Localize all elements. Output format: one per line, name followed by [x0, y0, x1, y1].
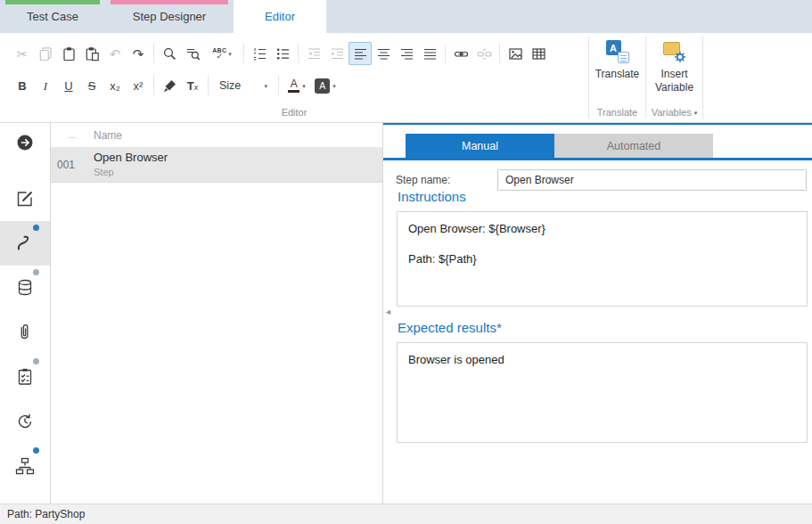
undo-button[interactable]: ↶ — [103, 42, 127, 65]
insert-link-button[interactable] — [449, 42, 472, 65]
spell-check-button[interactable]: ABC ✓ ▾ — [204, 42, 240, 65]
align-right-button[interactable] — [395, 42, 418, 65]
paperclip-icon — [15, 323, 35, 342]
translate-button[interactable]: A Translate — [589, 33, 645, 102]
clear-formatting-button[interactable]: T x — [181, 74, 204, 97]
tab-manual[interactable]: Manual — [406, 134, 554, 158]
increase-indent-button[interactable] — [325, 42, 349, 65]
toolbar-separator — [208, 76, 209, 95]
instructions-line: Open Browser: ${Browser} — [408, 222, 796, 235]
top-tabbar: Test Case Step Designer Editor — [0, 0, 812, 33]
sidebar-item-hierarchy[interactable] — [0, 444, 50, 488]
insert-table-button[interactable] — [527, 42, 550, 65]
insert-variable-button[interactable]: Insert Variable — [646, 33, 702, 102]
step-name-input[interactable] — [497, 169, 807, 191]
align-left-icon — [353, 46, 368, 61]
status-bar: Path: PartyShop — [0, 504, 812, 524]
column-header-dots: ... — [69, 130, 86, 140]
link-icon — [454, 46, 469, 61]
italic-button[interactable]: I — [34, 74, 57, 97]
subscript-button[interactable]: x₂ — [103, 74, 127, 97]
insert-image-button[interactable] — [504, 42, 527, 65]
hierarchy-badge-dot — [33, 447, 39, 454]
translate-group: A Translate Translate — [589, 33, 645, 122]
strikethrough-icon: S — [88, 80, 96, 92]
tab-test-case[interactable]: Test Case — [0, 0, 105, 33]
align-center-button[interactable] — [372, 42, 395, 65]
font-color-icon: A — [288, 78, 299, 93]
cut-button[interactable]: ✂ — [11, 42, 34, 65]
numbered-list-button[interactable] — [248, 42, 271, 65]
sidebar-item-data[interactable] — [0, 266, 50, 310]
fill-color-button[interactable]: A ▾ — [311, 74, 340, 97]
instructions-textarea[interactable]: Open Browser: ${Browser} Path: ${Path} — [397, 211, 808, 307]
font-color-button[interactable]: A ▾ — [283, 74, 311, 97]
step-name: Open Browser — [94, 151, 168, 166]
redo-button[interactable]: ↷ — [127, 42, 150, 65]
tab-automated-label: Automated — [607, 140, 660, 152]
paste-special-button[interactable] — [80, 42, 103, 65]
edit-icon — [15, 189, 35, 209]
ribbon-group-translate-label: Translate — [589, 102, 645, 122]
paste-button[interactable] — [57, 42, 80, 65]
toolbar-separator — [153, 76, 154, 95]
search-button[interactable] — [158, 42, 181, 65]
tab-automated[interactable]: Automated — [554, 134, 713, 158]
format-painter-button[interactable] — [158, 74, 181, 97]
checklist-badge-dot — [33, 358, 39, 364]
ribbon-group-separator — [702, 37, 703, 119]
checklist-icon — [15, 367, 35, 387]
superscript-button[interactable]: x² — [127, 74, 150, 97]
sidebar-item-edit[interactable] — [0, 176, 50, 221]
tab-editor[interactable]: Editor — [234, 0, 326, 33]
decrease-indent-button[interactable] — [302, 42, 325, 65]
step-name-label: Step name: — [396, 174, 497, 186]
expected-results-textarea[interactable]: Browser is opened — [397, 342, 808, 443]
variables-group: Insert Variable Variables ▾ — [646, 33, 702, 122]
step-number: 001 — [57, 159, 87, 171]
sidebar-item-history[interactable] — [0, 399, 50, 444]
toolbar-separator — [445, 44, 446, 63]
undo-icon: ↶ — [110, 47, 121, 61]
chevron-down-icon: ▾ — [228, 51, 232, 57]
step-name-row: Step name: — [396, 169, 807, 191]
find-replace-button[interactable] — [181, 42, 204, 65]
align-center-icon — [376, 46, 391, 61]
decrease-indent-icon — [307, 46, 322, 61]
table-icon — [531, 46, 546, 61]
collapse-panel-icon[interactable]: ◄ — [384, 308, 392, 316]
bold-icon: B — [18, 80, 26, 92]
justify-button[interactable] — [418, 42, 441, 65]
ribbon-right-cluster: A Translate Translate Insert Variable — [588, 33, 703, 122]
underline-button[interactable]: U — [57, 74, 80, 97]
data-badge-dot — [33, 269, 39, 275]
font-size-dropdown[interactable]: Size ▾ — [214, 75, 273, 96]
tab-step-designer-label: Step Designer — [133, 10, 206, 23]
translate-icon: A — [606, 40, 629, 63]
align-left-button[interactable] — [349, 42, 372, 65]
toolbar-separator — [153, 44, 154, 63]
sidebar-item-checklist[interactable] — [0, 355, 50, 399]
unlink-icon — [477, 46, 492, 61]
sidebar-item-attachments[interactable] — [0, 310, 50, 355]
tab-accent-pink — [111, 0, 228, 4]
step-list-item[interactable]: 001 Open Browser Step — [51, 148, 382, 183]
ribbon-group-variables-label[interactable]: Variables ▾ — [646, 102, 702, 122]
gear-icon — [674, 51, 686, 63]
bold-button[interactable]: B — [11, 74, 34, 97]
app-window: Test Case Step Designer Editor ✂ ↶ ↷ — [0, 0, 812, 524]
copy-button[interactable] — [34, 42, 57, 65]
chevron-down-icon: ▾ — [264, 83, 267, 89]
sidebar-item-steps[interactable] — [0, 221, 50, 266]
hierarchy-icon — [15, 456, 35, 476]
paste-icon — [62, 46, 77, 61]
toolbar-separator — [243, 44, 244, 63]
bullet-list-button[interactable] — [271, 42, 294, 65]
tab-step-designer[interactable]: Step Designer — [105, 0, 234, 33]
remove-link-button[interactable] — [472, 42, 496, 65]
left-sidebar — [0, 123, 51, 504]
expected-results-line: Browser is opened — [408, 353, 796, 366]
sidebar-item-navigate[interactable] — [0, 123, 50, 162]
editor-toolbar-row-1: ✂ ↶ ↷ ABC ✓ ▾ — [11, 41, 550, 66]
strikethrough-button[interactable]: S — [80, 74, 103, 97]
